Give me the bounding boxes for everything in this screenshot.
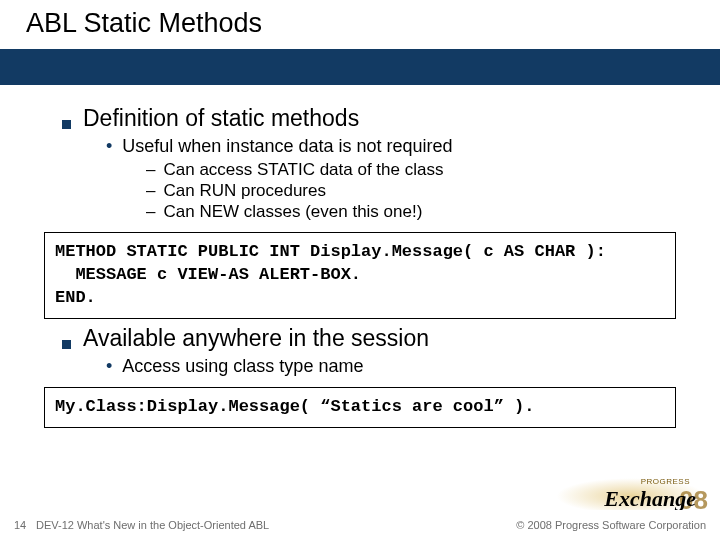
- section1-sub: Useful when instance data is not require…: [122, 136, 452, 157]
- dash-bullet-icon: –: [146, 202, 155, 222]
- section1-heading: Definition of static methods: [83, 105, 359, 132]
- section1-point-0: Can access STATIC data of the class: [163, 160, 443, 180]
- slide-title: ABL Static Methods: [0, 0, 720, 49]
- copyright: © 2008 Progress Software Corporation: [516, 519, 706, 531]
- bullet-lvl1: Available anywhere in the session: [62, 325, 694, 352]
- dash-bullet-icon: –: [146, 160, 155, 180]
- section1-point-2: Can NEW classes (even this one!): [163, 202, 422, 222]
- section2-heading: Available anywhere in the session: [83, 325, 429, 352]
- title-accent-strip: [0, 49, 720, 85]
- page-number: 14: [14, 519, 36, 531]
- footer: 14 DEV-12 What's New in the Object-Orien…: [0, 510, 720, 540]
- dash-bullet-icon: –: [146, 181, 155, 201]
- bullet-lvl2: • Access using class type name: [106, 356, 694, 377]
- bullet-lvl2: • Useful when instance data is not requi…: [106, 136, 694, 157]
- slide-body: Definition of static methods • Useful wh…: [0, 85, 720, 428]
- deck-title: DEV-12 What's New in the Object-Oriented…: [36, 519, 516, 531]
- bullet-lvl3: – Can RUN procedures: [146, 181, 694, 201]
- bullet-lvl3: – Can access STATIC data of the class: [146, 160, 694, 180]
- section1-point-1: Can RUN procedures: [163, 181, 326, 201]
- section2-sub: Access using class type name: [122, 356, 363, 377]
- title-bar: ABL Static Methods: [0, 0, 720, 85]
- code-block-1: METHOD STATIC PUBLIC INT Display.Message…: [44, 232, 676, 319]
- conference-logo: PROGRESS 08 Exchange: [556, 478, 706, 514]
- dot-bullet-icon: •: [106, 137, 112, 155]
- bullet-lvl3: – Can NEW classes (even this one!): [146, 202, 694, 222]
- square-bullet-icon: [62, 340, 71, 349]
- logo-word: Exchange: [604, 486, 696, 512]
- bullet-lvl1: Definition of static methods: [62, 105, 694, 132]
- square-bullet-icon: [62, 120, 71, 129]
- dot-bullet-icon: •: [106, 357, 112, 375]
- code-block-2: My.Class:Display.Message( “Statics are c…: [44, 387, 676, 428]
